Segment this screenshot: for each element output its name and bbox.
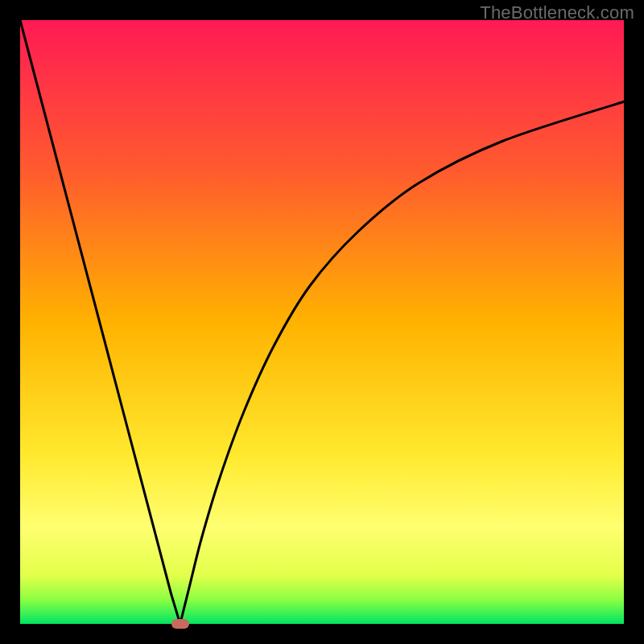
minimum-marker bbox=[171, 619, 189, 629]
curve-layer bbox=[20, 20, 624, 624]
curve-right-branch bbox=[180, 101, 624, 624]
plot-area bbox=[20, 20, 624, 624]
curve-left-branch bbox=[20, 20, 180, 624]
